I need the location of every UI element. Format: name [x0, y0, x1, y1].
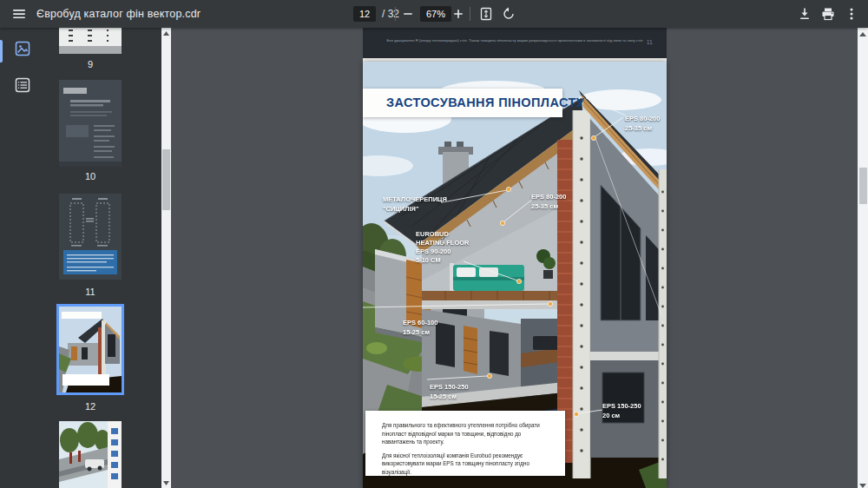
thumbnail-page-12-selected[interactable]: [56, 304, 124, 395]
label-roof-right: EPS 80-200 25-35 см: [625, 115, 660, 133]
page-12: ЗАСТОСУВАННЯ ПІНОПЛАСТУ EPS 80-200 25-35…: [363, 62, 667, 488]
thumbnail-page-label: 12: [52, 401, 128, 412]
thumbnail-page-11[interactable]: [59, 194, 122, 280]
info-box: Для правильного та ефективного утеплення…: [365, 411, 565, 476]
sidebar-scrollbar[interactable]: [161, 28, 171, 488]
download-icon[interactable]: [794, 3, 815, 24]
document-title: Євробуд каталог фін вектор.cdr: [36, 8, 201, 20]
page-11-footnote: Без урахування R (опору теплопередачі) с…: [363, 38, 667, 43]
scroll-down-icon[interactable]: [161, 478, 171, 487]
label-heating-floor: EUROBUD HEATING FLOOR EPS 90-200 5-10 СМ: [416, 230, 470, 265]
thumbnail-sidebar: 9 10: [0, 28, 171, 488]
page-11-number: 11: [647, 39, 653, 45]
main-scrollbar-thumb[interactable]: [859, 168, 867, 204]
menu-icon[interactable]: [9, 3, 30, 24]
thumbnail-page-13[interactable]: [59, 421, 122, 488]
zoom-out-icon[interactable]: [398, 3, 418, 24]
thumbnails-pane-icon[interactable]: [12, 38, 33, 59]
thumbnail-page-label: 10: [52, 171, 128, 181]
sidebar-scrollbar-thumb[interactable]: [162, 149, 170, 210]
label-foundation: EPS 150-250 15-25 см: [430, 383, 469, 401]
thumbnail-page-9[interactable]: [59, 28, 122, 54]
main-scrollbar[interactable]: [858, 28, 868, 488]
info-paragraph: Для правильного та ефективного утеплення…: [382, 421, 553, 446]
pdf-viewer-window: Євробуд каталог фін вектор.cdr 12 / 32 6…: [0, 0, 868, 488]
page-total: / 32: [382, 8, 399, 20]
scroll-up-icon[interactable]: [858, 30, 868, 38]
scroll-up-icon[interactable]: [161, 29, 171, 37]
toolbar-divider: [470, 7, 470, 21]
thumbnail-page-10[interactable]: [59, 80, 122, 167]
zoom-level-input[interactable]: 67%: [420, 6, 451, 22]
toolbar: Євробуд каталог фін вектор.cdr 12 / 32 6…: [0, 0, 868, 28]
outline-pane-icon[interactable]: [12, 75, 33, 96]
label-wall: EPS 60-100 15-25 см: [403, 319, 437, 337]
active-pane-indicator: [0, 40, 3, 63]
zoom-in-icon[interactable]: [448, 3, 469, 24]
thumbnail-page-label: 11: [52, 287, 128, 297]
label-roof-mid: EPS 80-200 25-35 см: [531, 193, 566, 211]
more-options-icon[interactable]: [841, 3, 862, 24]
page-11-bottom-strip: Без урахування R (опору теплопередачі) с…: [363, 28, 667, 58]
info-paragraph: Для якісної теплоізоляції компанія Eurob…: [382, 452, 553, 477]
page-number-input[interactable]: 12: [353, 6, 376, 22]
fit-page-icon[interactable]: [476, 3, 496, 24]
page-title-banner: ЗАСТОСУВАННЯ ПІНОПЛАСТУ: [363, 89, 562, 117]
page-title: ЗАСТОСУВАННЯ ПІНОПЛАСТУ: [363, 89, 562, 117]
toolbar-divider: [395, 7, 396, 21]
scroll-down-icon[interactable]: [858, 481, 868, 488]
label-basement: EPS 150-250 20 см: [602, 402, 641, 420]
label-metal-tile: МЕТАЛОЧЕРЕПИЦЯ "СИЦИЛІЯ": [383, 195, 447, 214]
print-icon[interactable]: [818, 3, 838, 24]
thumbnail-page-label: 9: [52, 59, 128, 69]
rotate-icon[interactable]: [498, 3, 519, 24]
